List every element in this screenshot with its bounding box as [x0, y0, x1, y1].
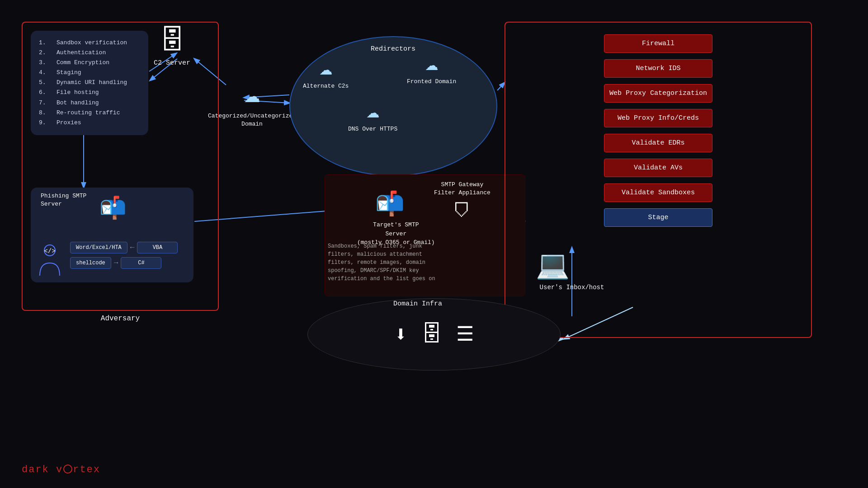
- cat-domain-label: Categorized/Uncategorized Domain: [208, 112, 296, 128]
- web-proxy-creds-button[interactable]: Web Proxy Info/Creds: [604, 109, 712, 127]
- fronted-domain: ☁ Fronted Domain: [407, 50, 456, 85]
- domain-infra-db-icon: 🗄: [421, 322, 443, 347]
- logo-circle-icon: [63, 465, 72, 474]
- adversary-label: Adversary: [101, 314, 140, 323]
- smtp-gateway-label: SMTP Gateway Filter Appliance: [434, 181, 491, 197]
- domain-infra-label: Domain Infra: [393, 300, 442, 308]
- vba-box: VBA: [137, 242, 178, 253]
- network-ids-button[interactable]: Network IDS: [604, 59, 712, 78]
- filter-icon: ⛉: [434, 201, 491, 222]
- logo-text-before: dark v: [22, 464, 63, 475]
- smtp-gateway: SMTP Gateway Filter Appliance ⛉: [434, 181, 491, 222]
- security-buttons-list: Firewall Network IDS Web Proxy Categoriz…: [513, 30, 804, 227]
- svg-text:</>: </>: [44, 248, 55, 255]
- alt-c2s-label: Alternate C2s: [303, 83, 349, 89]
- domain-infra-ellipse: ⬇ 🗄 ☰: [307, 298, 561, 371]
- flow-arrow-2: →: [114, 259, 118, 267]
- user-inbox-label: User's Inbox/host: [536, 284, 608, 291]
- stage-button[interactable]: Stage: [604, 208, 712, 227]
- csharp-box: C#: [121, 257, 161, 269]
- logo-text-after: rtex: [73, 464, 100, 475]
- web-proxy-cat-button[interactable]: Web Proxy Categorization: [604, 84, 712, 103]
- code-flow-row-2: shellcode → C#: [70, 257, 178, 269]
- c2-server: 🗄 C2 Server: [154, 25, 190, 67]
- phishing-smtp-label: Phishing SMTP Server: [41, 192, 86, 208]
- code-flow-row-1: Word/Excel/HTA ← VBA: [70, 242, 178, 253]
- validate-edrs-button[interactable]: Validate EDRs: [604, 134, 712, 152]
- validate-avs-button[interactable]: Validate AVs: [604, 159, 712, 177]
- smtp-mailbox-icon: 📬: [99, 195, 127, 221]
- domain-infra-download-icon: ⬇: [394, 321, 407, 348]
- alt-c2s-cloud-icon: ☁: [303, 54, 349, 81]
- validate-sandboxes-button[interactable]: Validate Sandboxes: [604, 183, 712, 202]
- dns-https: ☁ DNS Over HTTPS: [348, 97, 397, 132]
- svg-line-6: [497, 83, 505, 90]
- target-smtp-mailbox-icon: 📬: [375, 190, 405, 219]
- sandbox-text: Sandboxes, Spam filters, junk filters, m…: [328, 242, 445, 283]
- c2-info-item-1: 1. Sandbox verification 2. Authenticatio…: [39, 38, 140, 128]
- c2-server-icon: 🗄: [154, 25, 190, 56]
- user-inbox-laptop-icon: 💻: [536, 249, 570, 282]
- shellcode-box: shellcode: [70, 257, 111, 269]
- adversary-person-icon: </>: [36, 244, 63, 276]
- cat-domain-cloud-icon: ☁: [208, 77, 296, 110]
- c2-info-box: 1. Sandbox verification 2. Authenticatio…: [31, 31, 148, 135]
- domain-infra-server-icon: ☰: [456, 322, 474, 347]
- cat-domain: ☁ Categorized/Uncategorized Domain: [208, 77, 296, 128]
- dns-https-label: DNS Over HTTPS: [348, 126, 397, 132]
- code-flow: Word/Excel/HTA ← VBA shellcode → C#: [70, 242, 178, 272]
- alt-c2s: ☁ Alternate C2s: [303, 54, 349, 89]
- dark-vortex-logo: dark vrtex: [22, 464, 100, 475]
- fronted-cloud-icon: ☁: [407, 50, 456, 76]
- dns-cloud-icon: ☁: [348, 97, 397, 124]
- word-excel-box: Word/Excel/HTA: [70, 242, 127, 253]
- fronted-domain-label: Fronted Domain: [407, 78, 456, 85]
- flow-arrow-1: ←: [130, 244, 135, 252]
- firewall-button[interactable]: Firewall: [604, 34, 712, 53]
- c2-server-label: C2 Server: [154, 59, 190, 67]
